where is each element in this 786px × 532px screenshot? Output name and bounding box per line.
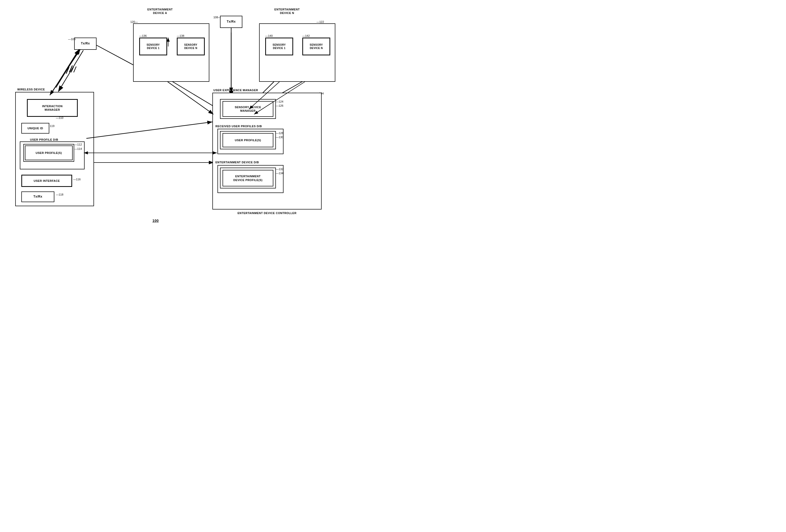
ref-108: 108— <box>213 16 221 19</box>
user-profiles-wd-inner: USER PROFILE(S) <box>25 146 73 160</box>
entertainment-device-n-label: ENTERTAINMENTDEVICE N <box>262 8 313 15</box>
ref-106: —106 <box>68 38 75 41</box>
svg-line-3 <box>71 67 74 72</box>
ref-110: —110 <box>56 116 63 119</box>
ref-134: —134 <box>276 172 283 175</box>
user-profile-db-label: USER PROFILE D/B <box>30 138 58 141</box>
entertainment-device-profiles-inner: ENTERTAINMENTDEVICE PROFILE(S) <box>223 170 273 186</box>
tx-rx-108: Tx/Rx <box>220 16 242 28</box>
sensory-device-n-n: SENSORYDEVICE N <box>302 38 330 55</box>
ref-119: 119 <box>50 124 54 127</box>
svg-line-2 <box>59 50 83 91</box>
ref-114: —114 <box>74 147 82 150</box>
svg-line-8 <box>168 79 218 109</box>
tx-rx-118: Tx/Rx <box>21 191 54 202</box>
wireless-device-label: WIRELESS DEVICE <box>17 88 66 91</box>
ref-140: —140 <box>265 34 273 37</box>
ref-112: —112 <box>74 143 82 146</box>
sensory-device-manager-inner: SENSORY DEVICEMANAGER <box>223 101 273 117</box>
uem-label: USER EXPERIENCE MANAGER <box>213 88 258 92</box>
ref-130: —130 <box>276 136 283 139</box>
ref-136: —136 <box>139 34 146 37</box>
sensory-device-1-a: SENSORYDEVICE 1 <box>139 38 167 55</box>
sensory-device-n-a: SENSORYDEVICE N <box>177 38 205 55</box>
received-user-profiles-label: RECEIVED USER PROFILES D/B <box>215 124 262 128</box>
ref-138: —138 <box>177 34 184 37</box>
ref-120: 120— <box>130 20 138 23</box>
ref-128: —128 <box>276 131 283 135</box>
ref-100-label: 100 <box>153 218 159 223</box>
ref-122: —122 <box>317 20 324 23</box>
svg-line-24 <box>86 122 212 138</box>
uem-user-profiles-inner: USER PROFILE(S) <box>223 133 273 147</box>
svg-line-17 <box>51 50 79 93</box>
ref-142: —142 <box>302 34 310 37</box>
diagram: Tx/Rx —106 Tx/Rx 108— ENTERTAINMENTDEVIC… <box>0 0 393 266</box>
ref-118: —118 <box>56 193 63 196</box>
ref-132: —132 <box>276 168 283 171</box>
tx-rx-106: Tx/Rx <box>74 38 96 50</box>
entertainment-device-a-label: ENTERTAINMENTDEVICE A <box>137 8 183 15</box>
svg-line-20 <box>168 82 213 114</box>
ref-116: —116 <box>73 178 80 181</box>
svg-line-5 <box>56 49 80 88</box>
entertainment-device-controller-label: ENTERTAINMENT DEVICE CONTROLLER <box>212 211 322 215</box>
sensory-device-1-n: SENSORYDEVICE 1 <box>265 38 293 55</box>
user-interface-box: USER INTERFACE <box>21 175 72 187</box>
unique-id-box: UNIQUE ID <box>21 123 49 134</box>
entertainment-device-db-label: ENTERTAINMENT DEVICE D/B <box>215 161 259 164</box>
interaction-manager: INTERACTIONMANAGER <box>27 99 78 117</box>
ref-124: —124 <box>276 100 283 103</box>
ref-126: —126 <box>276 104 283 107</box>
svg-line-15 <box>66 67 69 74</box>
svg-line-16 <box>69 66 72 72</box>
svg-line-4 <box>74 67 76 72</box>
